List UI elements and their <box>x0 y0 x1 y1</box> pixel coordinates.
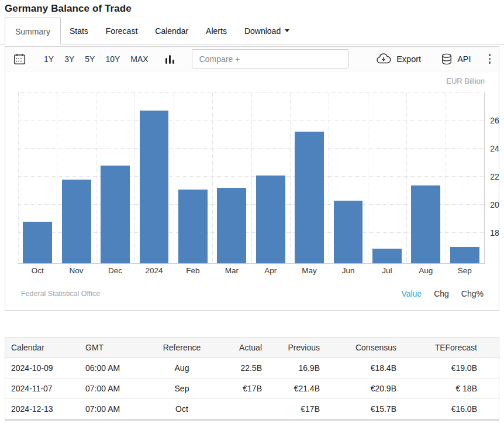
column-header-teforecast: TEForecast <box>396 338 500 357</box>
table-cell: 16.9B <box>262 357 320 378</box>
column-header-previous: Previous <box>262 338 320 357</box>
table-row: 2024-11-0707:00 AMSep€17B€21.4B€20.9B€ 1… <box>5 378 500 398</box>
tab-strip: Summary Stats Forecast Calendar Alerts D… <box>0 18 504 44</box>
bar-dec[interactable] <box>101 166 130 263</box>
calendar-table: CalendarGMTReferenceActualPreviousConsen… <box>5 337 499 421</box>
table-cell: €17B <box>262 398 320 419</box>
table-cell: 07:00 AM <box>85 378 150 398</box>
tab-forecast[interactable]: Forecast <box>97 18 146 44</box>
caret-down-icon <box>285 29 289 32</box>
y-tick-label: 26 <box>486 116 503 125</box>
tab-alerts[interactable]: Alerts <box>197 18 236 44</box>
export-button[interactable]: Export <box>375 53 421 64</box>
range-buttons: 1Y3Y5Y10YMAX <box>39 54 154 64</box>
y-tick-label: 22 <box>486 172 503 181</box>
tab-alerts-label: Alerts <box>206 26 227 36</box>
x-axis-label: Feb <box>174 263 212 275</box>
x-axis-label: Jun <box>329 263 367 275</box>
table-cell: 06:00 AM <box>85 357 150 378</box>
tab-summary-label: Summary <box>15 27 50 36</box>
column-header-actual: Actual <box>214 338 262 357</box>
table-row: 2024-12-1307:00 AMOct€17B€15.7B€16.0B <box>5 398 500 419</box>
compare-input[interactable] <box>192 49 348 68</box>
table-cell: Sep <box>150 378 214 398</box>
bar-may[interactable] <box>295 132 324 263</box>
table-cell: €17B <box>214 378 262 398</box>
gridline-x <box>446 93 446 263</box>
date-range-button[interactable] <box>13 53 26 65</box>
y-tick-label: 20 <box>486 200 503 209</box>
gridline-x <box>18 93 19 263</box>
gridline-x <box>368 93 368 263</box>
bar-aug[interactable] <box>411 185 440 263</box>
table-cell: Oct <box>150 398 214 419</box>
x-axis-label: Oct <box>18 263 57 275</box>
gridline-x <box>96 93 96 263</box>
toggle-chg[interactable]: Chg <box>434 289 449 298</box>
bar-2024[interactable] <box>140 111 169 263</box>
tab-download-label: Download <box>244 26 281 36</box>
tab-stats[interactable]: Stats <box>61 18 97 44</box>
plot-area: 1820222426OctNovDec2024FebMarAprMayJunJu… <box>18 92 485 264</box>
gridline-x <box>212 93 213 263</box>
unit-label: EUR Billion <box>446 77 485 85</box>
bar-chart-icon <box>165 58 167 64</box>
bar-sep[interactable] <box>450 247 479 263</box>
table-cell: 2024-12-13 <box>5 398 85 419</box>
gridline-x <box>174 93 174 263</box>
range-button-max[interactable]: MAX <box>125 54 153 64</box>
tab-download[interactable]: Download <box>236 18 298 44</box>
x-axis-label: Mar <box>212 263 251 275</box>
tab-summary[interactable]: Summary <box>5 18 61 44</box>
api-label: API <box>457 54 471 64</box>
bar-apr[interactable] <box>256 176 285 263</box>
bar-jun[interactable] <box>334 201 363 263</box>
chart-card: 1Y3Y5Y10YMAX Export API <box>5 46 499 311</box>
x-axis-label: 2024 <box>134 263 173 275</box>
table-cell: €16.0B <box>396 398 500 419</box>
column-header-gmt: GMT <box>85 338 150 357</box>
bar-feb[interactable] <box>178 190 208 263</box>
bar-mar[interactable] <box>217 188 246 263</box>
kebab-menu-icon <box>489 54 491 56</box>
range-button-3y[interactable]: 3Y <box>59 54 80 64</box>
tab-forecast-label: Forecast <box>106 26 137 36</box>
gridline-x <box>251 93 252 263</box>
y-tick-label: 18 <box>486 228 503 238</box>
gridline-x <box>57 93 57 263</box>
chart-footer: Federal Statistical Office Value Chg Chg… <box>5 281 499 310</box>
export-label: Export <box>396 54 421 64</box>
x-axis-label: Aug <box>406 263 445 275</box>
bar-nov[interactable] <box>62 180 91 263</box>
toggle-value[interactable]: Value <box>401 289 422 298</box>
table-body: 2024-10-0906:00 AMAug22.5B16.9B€18.4B€19… <box>5 357 500 419</box>
table-cell: 22.5B <box>214 357 262 378</box>
api-button[interactable]: API <box>441 53 471 65</box>
column-header-consensus: Consensus <box>320 338 396 357</box>
x-axis-label: Dec <box>96 263 134 275</box>
gridline-x <box>134 93 135 263</box>
column-header-calendar: Calendar <box>5 338 85 357</box>
calendar-icon <box>13 53 26 65</box>
range-button-1y[interactable]: 1Y <box>39 54 59 64</box>
gridline-x <box>329 93 329 263</box>
toolbar-right: Export API <box>375 53 491 64</box>
gridline-x <box>406 93 407 263</box>
page-title: Germany Balance of Trade <box>5 3 499 15</box>
cloud-download-icon <box>375 53 392 64</box>
tab-calendar[interactable]: Calendar <box>146 18 197 44</box>
range-button-5y[interactable]: 5Y <box>80 54 100 64</box>
more-options-button[interactable] <box>489 53 491 64</box>
table-cell: €18.4B <box>320 357 396 378</box>
toggle-chg-percent[interactable]: Chg% <box>461 289 484 298</box>
x-axis-label: Sep <box>446 263 484 275</box>
x-axis-label: Jul <box>368 263 406 275</box>
range-button-10y[interactable]: 10Y <box>100 54 125 64</box>
table-row: 2024-10-0906:00 AMAug22.5B16.9B€18.4B€19… <box>5 357 500 378</box>
tab-stats-label: Stats <box>70 26 88 36</box>
chart-type-button[interactable] <box>165 54 174 64</box>
database-icon <box>441 53 453 65</box>
bar-oct[interactable] <box>23 222 52 263</box>
bar-jul[interactable] <box>372 249 402 263</box>
y-tick-label: 24 <box>486 144 503 153</box>
